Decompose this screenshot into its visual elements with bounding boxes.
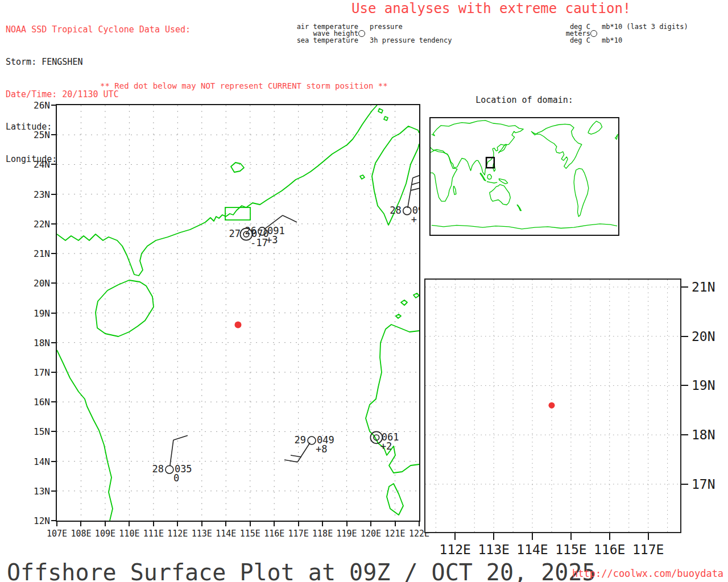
x-tick-label: 112E <box>435 542 475 557</box>
x-tick <box>250 522 251 526</box>
y-tick-label: 25N <box>27 130 50 140</box>
x-tick <box>493 533 494 540</box>
storm-position-dot <box>235 321 242 328</box>
x-tick <box>454 533 456 540</box>
world-coastline <box>432 224 617 229</box>
y-tick <box>51 282 56 284</box>
y-tick <box>681 385 688 386</box>
world-coastline <box>517 205 521 211</box>
coastline <box>378 109 383 113</box>
x-tick-label: 114E <box>512 542 552 557</box>
legend-tendency: 3h pressure tendency <box>370 37 461 44</box>
x-tick <box>274 522 275 526</box>
y-tick-label: 17N <box>27 367 50 378</box>
coastline <box>413 293 419 298</box>
x-tick <box>570 533 572 540</box>
wind-barb <box>173 435 188 440</box>
x-tick <box>395 522 396 526</box>
y-tick <box>681 434 688 435</box>
red-dot-warning: ** Red dot below may NOT represent CURRE… <box>100 81 388 90</box>
caution-banner: Use analyses with extreme caution! <box>351 1 631 16</box>
station-tendency: + <box>411 214 417 225</box>
y-tick <box>51 223 56 225</box>
y-tick-label: 12N <box>27 516 50 526</box>
y-tick-label: 18N <box>27 338 50 348</box>
station-circle-icon <box>358 30 365 37</box>
world-coastline <box>531 124 582 168</box>
y-tick-label: 15N <box>27 426 50 437</box>
station-air-temp: 27 <box>229 228 240 239</box>
wind-barb <box>297 443 310 462</box>
station-air-temp: 28 <box>152 463 163 475</box>
coastline <box>387 484 403 515</box>
source-url: http://coolwx.com/buoydata <box>572 568 723 579</box>
zoom-map-canvas <box>425 280 680 532</box>
x-tick <box>322 522 323 526</box>
x-tick <box>105 522 106 526</box>
x-tick <box>532 533 533 540</box>
world-coastline <box>431 120 523 175</box>
units-legend: deg C mb*10 (last 3 digits) meters deg C… <box>547 23 698 44</box>
y-tick <box>51 490 56 492</box>
x-tick <box>201 522 202 526</box>
world-coastline <box>615 134 618 139</box>
storm-position-dot <box>548 402 555 409</box>
data-source-line: NOAA SSD Tropical Cyclone Data Used: <box>6 24 191 35</box>
domain-zoom-map: 112E113E114E115E116E117E21N20N19N18N17N <box>424 278 681 533</box>
x-tick <box>177 522 178 526</box>
y-tick-label: 21N <box>27 248 50 259</box>
y-tick <box>51 342 56 343</box>
y-tick <box>51 105 56 106</box>
y-tick-label: 22N <box>27 219 50 230</box>
coastline <box>360 175 365 179</box>
y-tick-label: 19N <box>27 308 50 319</box>
y-tick-label: 24N <box>27 159 50 170</box>
world-coastline <box>499 178 508 184</box>
x-tick <box>153 522 154 526</box>
legend-pressure: pressure <box>370 23 461 30</box>
station-taiwan: 2809+ <box>390 174 419 225</box>
x-tick-label: 115E <box>551 542 591 557</box>
world-coastline <box>431 150 457 201</box>
storm-name-line: Storm: FENGSHEN <box>6 57 191 68</box>
coastline <box>401 300 407 305</box>
y-tick <box>681 336 688 337</box>
x-tick <box>370 522 371 526</box>
station-mid-scs: 29049+8 <box>284 434 334 462</box>
station-tendency: -17 <box>250 237 268 248</box>
y-tick-label: 16N <box>27 397 50 408</box>
legend-mb10-bottom: mb*10 <box>602 37 698 44</box>
wind-barb <box>284 460 297 462</box>
y-tick-label: 14N <box>27 456 50 467</box>
y-tick <box>51 253 56 254</box>
buoy-plot-page: NOAA SSD Tropical Cyclone Data Used: Sto… <box>0 0 728 582</box>
station-circle <box>403 207 411 215</box>
x-tick <box>298 522 299 526</box>
coastline <box>57 350 113 521</box>
station-sw-scs: 280350 <box>152 435 192 484</box>
coastline <box>396 314 401 318</box>
y-tick <box>681 286 688 288</box>
x-tick-label: 116E <box>590 542 630 557</box>
coastline <box>384 117 388 120</box>
legend-sea-temp: sea temperature <box>293 37 358 44</box>
x-tick-label: 113E <box>474 542 514 557</box>
legend-degc-bottom: deg C <box>547 37 590 44</box>
y-tick <box>51 164 56 165</box>
y-tick <box>51 372 56 373</box>
y-tick-label: 26N <box>27 100 50 111</box>
y-tick <box>51 461 56 462</box>
y-tick <box>51 194 56 195</box>
world-map-canvas <box>431 118 618 235</box>
station-model-legend: air temperature pressure wave height sea… <box>293 23 461 44</box>
world-coastline <box>490 185 511 205</box>
coastline <box>96 280 154 336</box>
y-tick <box>681 484 688 485</box>
station-circle <box>308 436 316 444</box>
world-coastline <box>588 121 602 134</box>
world-coastline <box>487 182 497 184</box>
y-tick <box>51 134 56 135</box>
x-tick <box>609 533 610 540</box>
y-tick-label: 17N <box>692 477 715 492</box>
x-tick <box>419 522 420 526</box>
